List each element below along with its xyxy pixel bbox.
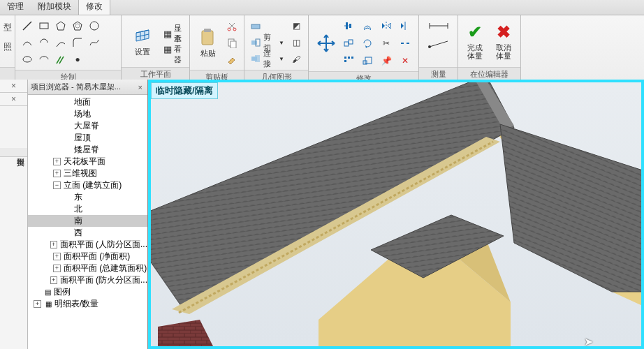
move-icon (316, 34, 335, 53)
copy-modify-button[interactable] (341, 36, 356, 51)
ribbon-body: 型 照 (0, 15, 644, 80)
svg-rect-33 (351, 57, 353, 59)
expand-toggle[interactable]: + (53, 265, 61, 272)
edit-type-tab[interactable]: 辑类型 (0, 148, 27, 157)
expand-toggle[interactable]: + (34, 300, 41, 308)
project-browser-tree[interactable]: 地面 场地 大屋脊 屋顶 矮屋脊 +天花板平面 +三维视图 −立面 (建筑立面)… (28, 95, 147, 349)
align-button[interactable] (341, 18, 356, 34)
partial-ellipse-tool[interactable] (36, 52, 52, 67)
svg-rect-12 (230, 41, 236, 48)
expand-toggle[interactable]: + (53, 158, 61, 165)
rotate-button[interactable] (360, 36, 375, 51)
copy-button[interactable] (224, 35, 240, 50)
finish-mass-button[interactable]: ✔ 完成 体量 (462, 18, 488, 64)
dock-close-button-2[interactable]: × (0, 93, 27, 106)
dock-close-button[interactable]: × (0, 80, 27, 93)
project-browser-header[interactable]: 项目浏览器 - 简易木屋架... × (28, 80, 147, 95)
svg-rect-26 (344, 42, 349, 46)
svg-rect-32 (348, 57, 350, 59)
arc-fillet-tool[interactable] (70, 35, 85, 50)
join-button[interactable]: 连接▼ (249, 52, 286, 66)
wall-opening-icon[interactable]: ◩ (288, 18, 304, 34)
reference-button[interactable]: 照 (0, 39, 15, 54)
schedule-icon: ▦ (44, 300, 52, 309)
cope-button[interactable] (249, 20, 286, 34)
paste-button[interactable]: 粘贴 (194, 20, 221, 66)
line-tool[interactable] (20, 18, 35, 34)
pin-button[interactable]: 📌 (379, 53, 394, 68)
split-button[interactable] (397, 36, 413, 51)
measure-button[interactable] (425, 36, 453, 52)
svg-marker-28 (365, 45, 367, 48)
svg-point-41 (428, 45, 431, 48)
svg-line-0 (23, 22, 31, 30)
expand-toggle[interactable]: + (53, 170, 61, 177)
scale-button[interactable] (360, 53, 375, 68)
move-button[interactable] (313, 20, 338, 66)
svg-point-4 (75, 24, 80, 28)
properties-dock: × × 辑类型 (0, 80, 28, 349)
expand-toggle[interactable]: + (50, 241, 57, 248)
point-tool[interactable]: ● (70, 52, 85, 67)
grid-plane-icon (133, 27, 152, 46)
svg-marker-2 (57, 22, 65, 30)
pick-lines-tool[interactable] (53, 52, 68, 67)
tab-addins[interactable]: 附加模块 (31, 0, 78, 15)
polygon-inscribed-tool[interactable] (53, 18, 68, 34)
svg-marker-63 (158, 320, 339, 349)
svg-rect-17 (255, 55, 260, 62)
arc-start-end-tool[interactable] (20, 35, 35, 50)
svg-rect-14 (251, 40, 257, 45)
planeviewer-button[interactable]: ▦查看器 (162, 42, 186, 56)
aligned-dim-button[interactable] (425, 18, 453, 34)
sheet-icon: ▤ (43, 288, 52, 297)
circle-tool[interactable] (87, 18, 102, 34)
workspace: × × 辑类型 项目浏览器 - 简易木屋架... × 地面 场地 大屋脊 屋顶 … (0, 80, 644, 349)
mirror-axis-button[interactable] (379, 18, 394, 34)
panel-title-workplane: 工作平面 (122, 67, 189, 80)
svg-marker-22 (382, 23, 385, 29)
expand-toggle[interactable]: + (50, 276, 57, 284)
ellipse-tool[interactable] (20, 52, 35, 67)
arc-tangent-tool[interactable] (53, 35, 68, 50)
delete-button[interactable]: ✕ (397, 53, 413, 68)
svg-rect-8 (204, 29, 211, 32)
trim-button[interactable]: ✂ (379, 36, 394, 51)
draw-tools-grid: ● (20, 18, 102, 67)
arc-center-tool[interactable] (36, 35, 52, 50)
svg-rect-7 (202, 31, 213, 45)
svg-marker-58 (500, 124, 644, 292)
svg-rect-1 (40, 23, 48, 29)
svg-rect-19 (346, 22, 348, 29)
offset-button[interactable] (360, 18, 375, 34)
tab-modify[interactable]: 修改 (78, 0, 110, 15)
mirror-draw-button[interactable] (397, 18, 413, 34)
grid-icon: ▦ (163, 28, 172, 39)
project-browser-pane: 项目浏览器 - 简易木屋架... × 地面 场地 大屋脊 屋顶 矮屋脊 +天花板… (28, 80, 148, 349)
svg-rect-34 (344, 60, 346, 62)
tab-manage[interactable]: 管理 (0, 0, 31, 15)
element-type-button[interactable]: 型 (0, 20, 15, 35)
matchtype-button[interactable] (224, 52, 240, 67)
svg-line-40 (430, 41, 448, 47)
3d-viewport[interactable]: 临时隐藏/隔离 (148, 80, 644, 349)
cut-button[interactable] (224, 18, 240, 34)
polygon-circumscribed-tool[interactable] (70, 18, 85, 34)
check-icon: ✔ (465, 22, 485, 42)
cancel-mass-button[interactable]: ✖ 取消 体量 (491, 18, 517, 64)
array-button[interactable] (341, 53, 356, 68)
setplane-button[interactable]: 设置 (126, 18, 159, 64)
expand-toggle[interactable]: + (53, 253, 61, 260)
svg-marker-3 (73, 22, 82, 30)
clipboard-icon (198, 28, 218, 47)
spline-tool[interactable] (87, 35, 102, 50)
rect-tool[interactable] (36, 18, 52, 34)
ribbon-tabs: 管理 附加模块 修改 (0, 0, 644, 15)
split-face-icon[interactable]: ◫ (288, 35, 304, 50)
paint-icon[interactable]: 🖌 (288, 52, 304, 67)
svg-point-6 (23, 57, 31, 62)
collapse-toggle[interactable]: − (53, 181, 61, 189)
cutgeom-button[interactable]: 剪切▼ (249, 36, 286, 50)
svg-point-5 (90, 22, 98, 30)
browser-close-button[interactable]: × (136, 83, 145, 91)
